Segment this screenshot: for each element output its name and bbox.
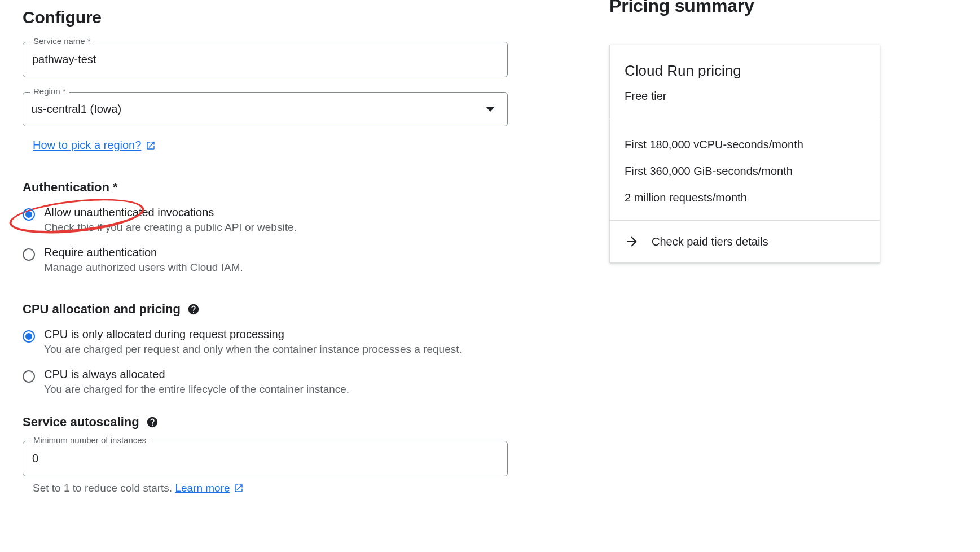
help-icon[interactable] [187, 303, 200, 316]
auth-option-require-authentication[interactable]: Require authentication Manage authorized… [23, 246, 508, 274]
cpu-option-request-only[interactable]: CPU is only allocated during request pro… [23, 328, 508, 356]
auth-require-desc: Manage authorized users with Cloud IAM. [44, 261, 243, 274]
radio-checked-icon[interactable] [23, 208, 35, 221]
min-instances-input[interactable] [31, 452, 499, 466]
region-value: us-central1 (Iowa) [31, 103, 121, 116]
external-link-icon [234, 483, 244, 493]
pricing-line: First 180,000 vCPU-seconds/month [625, 138, 865, 151]
arrow-right-icon [625, 234, 639, 249]
min-instances-helper: Set to 1 to reduce cold starts. Learn mo… [33, 482, 508, 494]
service-name-input[interactable] [31, 52, 499, 67]
radio-checked-icon[interactable] [23, 330, 35, 343]
configure-heading: Configure [23, 8, 508, 27]
external-link-icon [146, 141, 156, 151]
check-paid-tiers-label: Check paid tiers details [652, 235, 768, 248]
auth-option-allow-unauthenticated[interactable]: Allow unauthenticated invocations Check … [23, 206, 508, 234]
auth-allow-label: Allow unauthenticated invocations [44, 206, 297, 219]
cpu-always-desc: You are charged for the entire lifecycle… [44, 383, 349, 396]
pricing-line: First 360,000 GiB-seconds/month [625, 165, 865, 178]
pricing-card-title: Cloud Run pricing [625, 62, 865, 80]
pricing-line: 2 million requests/month [625, 191, 865, 204]
pricing-card: Cloud Run pricing Free tier First 180,00… [609, 45, 880, 263]
auth-require-label: Require authentication [44, 246, 243, 259]
learn-more-link[interactable]: Learn more [175, 482, 243, 494]
cpu-request-label: CPU is only allocated during request pro… [44, 328, 462, 341]
authentication-heading: Authentication * [23, 180, 508, 195]
cpu-always-label: CPU is always allocated [44, 368, 349, 381]
cpu-allocation-heading: CPU allocation and pricing [23, 302, 508, 317]
region-select[interactable]: Region * us-central1 (Iowa) [23, 92, 508, 126]
region-label: Region * [30, 86, 69, 96]
pricing-free-tier-label: Free tier [625, 90, 865, 103]
service-name-field[interactable]: Service name * [23, 42, 508, 77]
min-instances-field[interactable]: Minimum number of instances [23, 441, 508, 476]
radio-unchecked-icon[interactable] [23, 248, 35, 261]
cpu-option-always[interactable]: CPU is always allocated You are charged … [23, 368, 508, 396]
min-instances-label: Minimum number of instances [30, 435, 150, 445]
help-icon[interactable] [146, 416, 159, 428]
service-name-label: Service name * [30, 36, 94, 46]
check-paid-tiers-link[interactable]: Check paid tiers details [625, 234, 865, 249]
cpu-request-desc: You are charged per request and only whe… [44, 343, 462, 356]
auth-allow-desc: Check this if you are creating a public … [44, 221, 297, 234]
region-help-link[interactable]: How to pick a region? [33, 139, 156, 152]
autoscaling-heading: Service autoscaling [23, 415, 508, 430]
chevron-down-icon [486, 107, 495, 112]
region-help-text: How to pick a region? [33, 139, 141, 152]
radio-unchecked-icon[interactable] [23, 370, 35, 383]
pricing-summary-heading: Pricing summary [609, 0, 880, 16]
